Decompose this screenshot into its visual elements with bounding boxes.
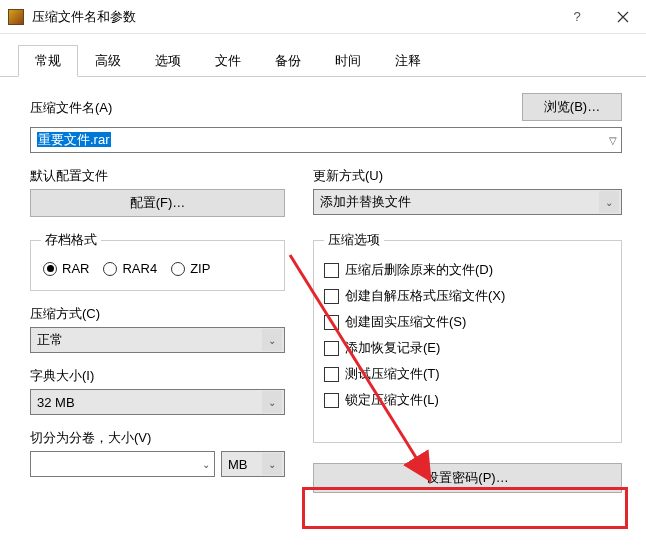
radio-rar-label: RAR [62,261,89,276]
default-profile-label: 默认配置文件 [30,167,285,185]
radio-dot-icon [43,262,57,276]
chevron-down-icon: ⌄ [262,329,282,351]
update-mode-select[interactable]: 添加并替换文件 ⌄ [313,189,622,215]
opt-test-label: 测试压缩文件(T) [345,365,440,383]
opt-lock[interactable]: 锁定压缩文件(L) [324,387,611,413]
checkbox-icon [324,263,339,278]
compression-options-group: 压缩选项 压缩后删除原来的文件(D) 创建自解压格式压缩文件(X) 创建固实压缩… [313,231,622,443]
chevron-down-icon: ⌄ [262,391,282,413]
opt-sfx-label: 创建自解压格式压缩文件(X) [345,287,505,305]
tab-files[interactable]: 文件 [198,45,258,77]
tab-time[interactable]: 时间 [318,45,378,77]
archive-name-label: 压缩文件名(A) [30,99,508,117]
close-button[interactable] [600,0,646,34]
update-mode-value: 添加并替换文件 [320,193,599,211]
chevron-down-icon: ⌄ [202,459,210,470]
tab-backup[interactable]: 备份 [258,45,318,77]
compression-options-legend: 压缩选项 [324,231,384,249]
tab-comment[interactable]: 注释 [378,45,438,77]
close-icon [617,11,629,23]
opt-delete-after[interactable]: 压缩后删除原来的文件(D) [324,257,611,283]
window-title: 压缩文件名和参数 [32,8,554,26]
chevron-down-icon: ⌄ [262,453,282,475]
opt-test[interactable]: 测试压缩文件(T) [324,361,611,387]
opt-recovery[interactable]: 添加恢复记录(E) [324,335,611,361]
opt-solid-label: 创建固实压缩文件(S) [345,313,466,331]
configure-button[interactable]: 配置(F)… [30,189,285,217]
tab-panel-general: 压缩文件名(A) 浏览(B)… 重要文件.rar ▽ 默认配置文件 配置(F)…… [0,77,646,509]
opt-lock-label: 锁定压缩文件(L) [345,391,439,409]
tab-advanced[interactable]: 高级 [78,45,138,77]
checkbox-icon [324,315,339,330]
opt-delete-after-label: 压缩后删除原来的文件(D) [345,261,493,279]
tab-strip: 常规 高级 选项 文件 备份 时间 注释 [0,34,646,77]
opt-sfx[interactable]: 创建自解压格式压缩文件(X) [324,283,611,309]
tab-options[interactable]: 选项 [138,45,198,77]
checkbox-icon [324,393,339,408]
checkbox-icon [324,341,339,356]
split-volume-unit: MB [228,457,262,472]
set-password-button[interactable]: 设置密码(P)… [313,463,622,493]
checkbox-icon [324,289,339,304]
radio-dot-icon [171,262,185,276]
app-icon [8,9,24,25]
chevron-down-icon: ⌄ [599,191,619,213]
update-mode-label: 更新方式(U) [313,167,622,185]
split-volume-unit-select[interactable]: MB ⌄ [221,451,285,477]
help-button[interactable]: ? [554,0,600,34]
split-volume-input[interactable]: ⌄ [30,451,215,477]
compression-method-select[interactable]: 正常 ⌄ [30,327,285,353]
radio-rar4[interactable]: RAR4 [103,261,157,276]
archive-name-combo[interactable]: 重要文件.rar ▽ [30,127,622,153]
split-volume-label: 切分为分卷，大小(V) [30,429,285,447]
dictionary-size-label: 字典大小(I) [30,367,285,385]
radio-zip[interactable]: ZIP [171,261,210,276]
archive-name-value: 重要文件.rar [37,132,111,147]
radio-rar[interactable]: RAR [43,261,89,276]
compression-method-value: 正常 [37,331,262,349]
archive-format-group: 存档格式 RAR RAR4 ZIP [30,231,285,291]
compression-method-label: 压缩方式(C) [30,305,285,323]
tab-general[interactable]: 常规 [18,45,78,77]
archive-format-legend: 存档格式 [41,231,101,249]
opt-solid[interactable]: 创建固实压缩文件(S) [324,309,611,335]
browse-button[interactable]: 浏览(B)… [522,93,622,121]
radio-dot-icon [103,262,117,276]
checkbox-icon [324,367,339,382]
dictionary-size-select[interactable]: 32 MB ⌄ [30,389,285,415]
opt-recovery-label: 添加恢复记录(E) [345,339,440,357]
dictionary-size-value: 32 MB [37,395,262,410]
radio-rar4-label: RAR4 [122,261,157,276]
title-bar: 压缩文件名和参数 ? [0,0,646,34]
chevron-down-icon: ▽ [609,135,617,146]
radio-zip-label: ZIP [190,261,210,276]
